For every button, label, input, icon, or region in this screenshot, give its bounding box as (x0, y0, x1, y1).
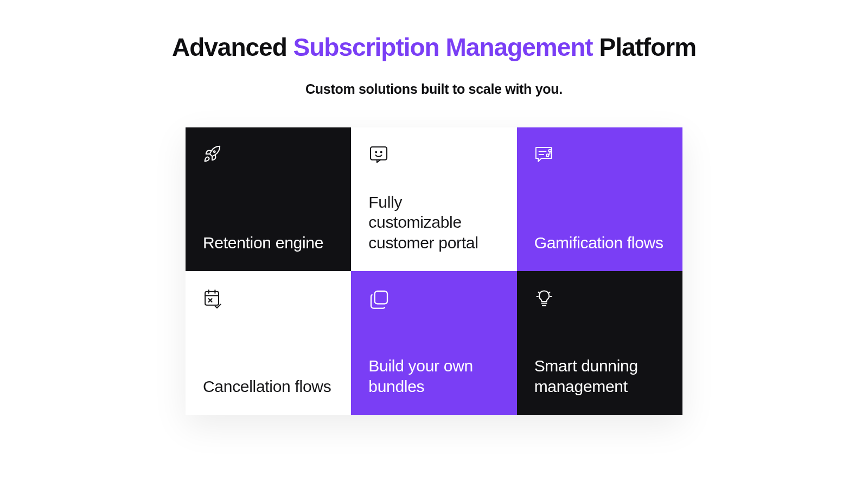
page-title: Advanced Subscription Management Platfor… (172, 33, 696, 62)
title-highlight: Subscription Management (293, 33, 593, 61)
tile-title: Retention engine (203, 233, 334, 253)
svg-line-17 (538, 292, 539, 293)
rocket-icon (203, 145, 225, 166)
svg-line-18 (549, 292, 550, 293)
tile-build-bundles: Build your own bundles (351, 271, 516, 415)
svg-point-0 (214, 151, 215, 152)
svg-point-2 (376, 152, 377, 153)
tile-retention-engine: Retention engine (186, 127, 351, 271)
tile-gamification-flows: Gamification flows (517, 127, 682, 271)
lightbulb-icon (534, 288, 556, 310)
tile-title: Smart dunning management (534, 356, 665, 396)
title-part1: Advanced (172, 33, 293, 61)
tile-cancellation-flows: Cancellation flows (186, 271, 351, 415)
tile-smart-dunning: Smart dunning management (517, 271, 682, 415)
tile-title: Gamification flows (534, 233, 665, 253)
feature-grid: Retention engine Fully customizable cust… (186, 127, 682, 415)
tile-title: Fully customizable customer portal (368, 192, 499, 253)
title-part2: Platform (593, 33, 696, 61)
svg-rect-14 (375, 291, 387, 304)
tile-title: Cancellation flows (203, 376, 334, 397)
tile-customer-portal: Fully customizable customer portal (351, 127, 516, 271)
page-container: Advanced Subscription Management Platfor… (0, 0, 868, 415)
page-subtitle: Custom solutions built to scale with you… (305, 81, 563, 97)
tile-title: Build your own bundles (368, 356, 499, 396)
svg-point-3 (381, 152, 382, 153)
stack-icon (368, 288, 390, 310)
calendar-cancel-icon (203, 288, 225, 310)
svg-rect-1 (371, 147, 387, 160)
flow-card-icon (534, 145, 556, 166)
smile-chat-icon (368, 145, 390, 166)
